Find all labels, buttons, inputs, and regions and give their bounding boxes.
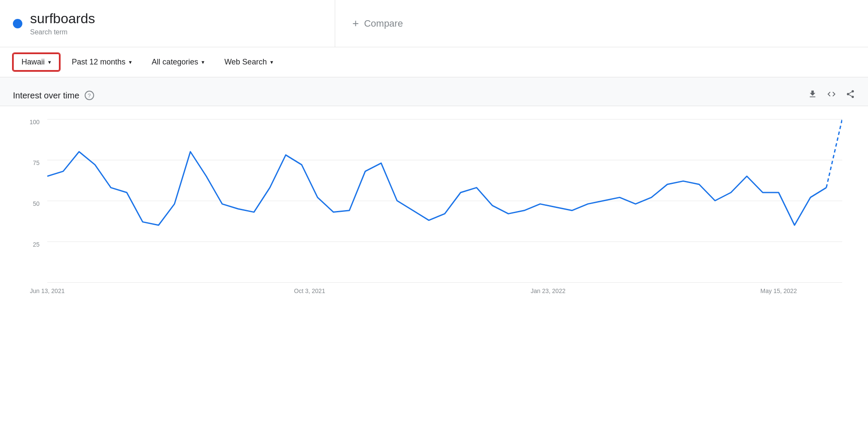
x-label-may2022: May 15, 2022 (761, 287, 797, 294)
trend-chart (47, 119, 842, 282)
share-icon[interactable] (846, 89, 855, 101)
section-actions (808, 89, 855, 101)
y-axis-labels: 100 75 50 25 (26, 119, 43, 282)
x-label-jun2021: Jun 13, 2021 (30, 287, 65, 294)
categories-label: All categories (152, 58, 198, 67)
term-label: Search term (30, 28, 95, 36)
top-bar: surfboards Search term + Compare (0, 0, 868, 47)
time-range-filter[interactable]: Past 12 months ▾ (64, 54, 140, 70)
y-label-100: 100 (30, 119, 40, 125)
x-axis-labels: Jun 13, 2021 Oct 3, 2021 Jan 23, 2022 Ma… (47, 282, 842, 300)
time-range-chevron-icon: ▾ (129, 59, 132, 65)
section-header: Interest over time ? (0, 77, 868, 106)
location-chevron-icon: ▾ (48, 59, 51, 65)
compare-button[interactable]: + Compare (352, 17, 403, 30)
term-color-dot (13, 19, 22, 28)
compare-label: Compare (364, 18, 403, 29)
categories-filter[interactable]: All categories ▾ (144, 54, 212, 70)
help-label: ? (88, 92, 91, 99)
chart-container: 100 75 50 25 Jun 13, 2021 Oct 3, 2021 (26, 119, 842, 300)
compare-plus-icon: + (352, 17, 359, 30)
y-label-25: 25 (33, 242, 40, 248)
help-icon[interactable]: ? (85, 91, 94, 100)
y-label-50: 50 (33, 201, 40, 207)
search-type-label: Web Search (224, 58, 267, 67)
location-filter[interactable]: Hawaii ▾ (13, 53, 60, 71)
download-icon[interactable] (808, 89, 817, 101)
search-term-section: surfboards Search term (0, 0, 335, 47)
term-name: surfboards (30, 11, 95, 27)
search-type-filter[interactable]: Web Search ▾ (217, 54, 281, 70)
section-title-group: Interest over time ? (13, 91, 94, 101)
section-title: Interest over time (13, 91, 79, 101)
x-label-oct2021: Oct 3, 2021 (294, 287, 325, 294)
categories-chevron-icon: ▾ (202, 59, 205, 65)
location-label: Hawaii (21, 58, 45, 67)
y-label-75: 75 (33, 160, 40, 166)
x-label-jan2022: Jan 23, 2022 (531, 287, 565, 294)
compare-section: + Compare (335, 0, 868, 47)
search-type-chevron-icon: ▾ (270, 59, 273, 65)
chart-svg-container (47, 119, 842, 282)
filter-bar: Hawaii ▾ Past 12 months ▾ All categories… (0, 47, 868, 77)
chart-area: 100 75 50 25 Jun 13, 2021 Oct 3, 2021 (0, 106, 868, 330)
term-info: surfboards Search term (30, 11, 95, 36)
time-range-label: Past 12 months (72, 58, 125, 67)
embed-icon[interactable] (827, 89, 836, 101)
